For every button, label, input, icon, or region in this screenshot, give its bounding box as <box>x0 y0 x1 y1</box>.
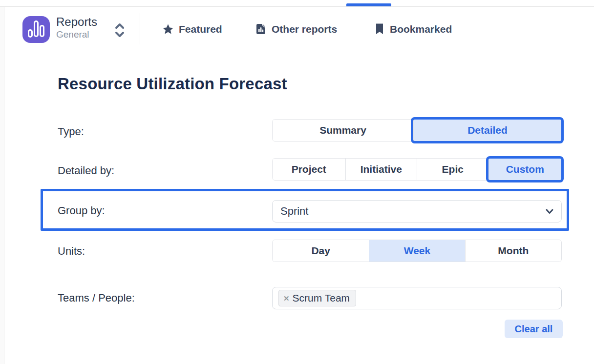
chevron-updown-icon[interactable] <box>114 22 126 38</box>
bar-icon <box>34 20 39 37</box>
detailed-by-option-initiative[interactable]: Initiative <box>345 159 417 180</box>
group-by-select[interactable]: Sprint <box>272 200 562 222</box>
group-by-value: Sprint <box>280 205 545 218</box>
detailed-by-option-epic[interactable]: Epic <box>417 159 488 180</box>
app-title: Reports <box>56 15 97 29</box>
tab-featured[interactable]: Featured <box>162 7 222 51</box>
teams-people-label: Teams / People: <box>58 292 135 304</box>
units-option-week[interactable]: Week <box>369 240 465 262</box>
units-option-month[interactable]: Month <box>465 240 561 262</box>
tab-featured-label: Featured <box>179 23 222 35</box>
type-option-summary[interactable]: Summary <box>273 120 413 141</box>
page-title: Resource Utilization Forecast <box>58 75 287 93</box>
units-segmented-control: Day Week Month <box>272 240 562 262</box>
header-divider <box>140 13 140 44</box>
team-tag-label: Scrum Team <box>293 292 350 304</box>
units-option-day[interactable]: Day <box>273 240 369 262</box>
screen: Reports General Featured Other reports <box>0 0 594 364</box>
detailed-by-option-custom[interactable]: Custom <box>488 159 562 180</box>
header: Reports General Featured Other reports <box>4 7 594 51</box>
type-segmented-control: Summary Detailed <box>272 119 562 142</box>
bar-icon <box>28 29 33 38</box>
report-chart-icon <box>255 23 267 35</box>
type-option-detailed[interactable]: Detailed <box>413 120 561 141</box>
bookmark-icon <box>374 23 385 35</box>
team-tag: ✕ Scrum Team <box>278 290 356 306</box>
type-label: Type: <box>58 125 84 138</box>
teams-people-input[interactable]: ✕ Scrum Team <box>272 287 562 309</box>
units-label: Units: <box>58 245 85 258</box>
app-subtitle: General <box>56 29 89 40</box>
star-icon <box>162 23 174 35</box>
tab-bookmarked[interactable]: Bookmarked <box>374 7 452 51</box>
tab-bookmarked-label: Bookmarked <box>390 23 452 35</box>
left-gutter <box>0 7 4 364</box>
clear-all-button[interactable]: Clear all <box>505 320 563 338</box>
detailed-by-option-project[interactable]: Project <box>273 159 345 180</box>
left-edge-divider <box>4 7 4 364</box>
remove-tag-icon[interactable]: ✕ <box>283 295 290 302</box>
bar-icon <box>40 25 44 37</box>
detailed-by-segmented-control: Project Initiative Epic Custom <box>272 158 562 181</box>
tab-other-reports[interactable]: Other reports <box>255 7 337 51</box>
tab-other-reports-label: Other reports <box>272 23 337 35</box>
detailed-by-label: Detailed by: <box>58 164 114 177</box>
chevron-down-icon <box>545 206 554 216</box>
reports-logo-icon <box>22 16 50 43</box>
